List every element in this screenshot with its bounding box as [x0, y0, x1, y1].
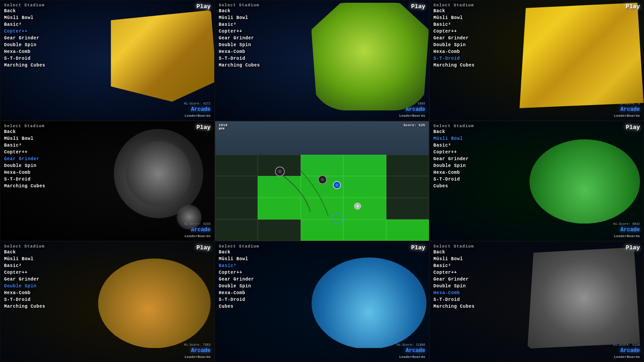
- hexa-comb-8[interactable]: Hexa-Comb: [433, 290, 475, 296]
- menu-7: Select Stadium Back Müsli Bowl Basic² Co…: [215, 242, 429, 362]
- play-btn-7[interactable]: Play: [411, 244, 425, 251]
- double-spin-3[interactable]: Double Spin: [4, 163, 45, 169]
- hexa-comb-6[interactable]: Hexa-Comb: [4, 290, 45, 296]
- select-stadium-3: Select Stadium: [4, 124, 45, 129]
- cubes-7[interactable]: Cubes: [219, 304, 260, 310]
- hexa-comb-5[interactable]: Hexa-Comb: [433, 170, 474, 176]
- musli-bowl-2[interactable]: Müsli Bowl: [433, 15, 475, 21]
- marching-cubes-2[interactable]: Marching Cubes: [433, 62, 475, 69]
- gear-grinder-6[interactable]: Gear Grinder: [4, 276, 45, 283]
- gear-grinder-8[interactable]: Gear Grinder: [433, 276, 475, 283]
- gear-grinder-1[interactable]: Gear Grinder: [219, 35, 260, 42]
- play-btn-6[interactable]: Play: [197, 244, 211, 251]
- st-droid-3[interactable]: S-T-Droid: [4, 176, 45, 183]
- stadium-cell-top-left[interactable]: Select Stadium Back Müsli Bowl Basic² Co…: [0, 0, 215, 121]
- tile: [258, 198, 300, 219]
- double-spin-2[interactable]: Double Spin: [433, 42, 475, 48]
- gear-grinder-5[interactable]: Gear Grinder: [433, 156, 474, 162]
- hexa-comb-0[interactable]: Hexa-Comb: [4, 49, 45, 55]
- stadium-cell-middle-left[interactable]: Select Stadium Back Müsli Bowl Basic² Co…: [0, 121, 215, 242]
- stadium-cell-bottom-left[interactable]: Select Stadium Back Müsli Bowl Basic² Co…: [0, 241, 215, 362]
- st-droid-6[interactable]: S-T-Droid: [4, 297, 45, 303]
- double-spin-8[interactable]: Double Spin: [433, 283, 475, 290]
- back-btn-1[interactable]: Back: [219, 8, 260, 14]
- double-spin-5[interactable]: Double Spin: [433, 163, 474, 169]
- tile: [258, 219, 300, 241]
- hexa-comb-1[interactable]: Hexa-Comb: [219, 49, 260, 55]
- musli-bowl-1[interactable]: Müsli Bowl: [219, 15, 260, 21]
- musli-bowl-3[interactable]: Müsli Bowl: [4, 136, 45, 142]
- basic2-2[interactable]: Basic²: [433, 22, 475, 28]
- st-droid-5[interactable]: S-T-Droid: [433, 176, 474, 183]
- marching-cubes-0[interactable]: Marching Cubes: [4, 62, 45, 69]
- copter-6[interactable]: Copter++: [4, 270, 45, 276]
- gameplay-hud: 1818 RPM Score: 525: [215, 123, 429, 131]
- play-btn-2[interactable]: Play: [626, 3, 640, 10]
- copter-3[interactable]: Copter++: [4, 149, 45, 156]
- marching-cubes-3[interactable]: Marching Cubes: [4, 183, 45, 190]
- basic2-6[interactable]: Basic²: [4, 263, 45, 269]
- play-btn-0[interactable]: Play: [197, 3, 211, 10]
- gear-grinder-3[interactable]: Gear Grinder: [4, 156, 45, 162]
- musli-bowl-5[interactable]: Müsli Bowl: [433, 136, 474, 142]
- musli-bowl-7[interactable]: Müsli Bowl: [219, 256, 260, 262]
- back-btn-6[interactable]: Back: [4, 249, 45, 256]
- marching-cubes-1[interactable]: Marching Cubes: [219, 62, 260, 69]
- tile: [215, 176, 258, 198]
- basic2-3[interactable]: Basic²: [4, 143, 45, 149]
- basic2-0[interactable]: Basic²: [4, 22, 45, 28]
- hexa-comb-3[interactable]: Hexa-Comb: [4, 170, 45, 176]
- st-droid-2[interactable]: S-T-Droid: [433, 56, 475, 62]
- tile: [343, 155, 386, 176]
- back-btn-3[interactable]: Back: [4, 129, 45, 135]
- play-btn-5[interactable]: Play: [626, 124, 640, 131]
- marching-cubes-6[interactable]: Marching Cubes: [4, 304, 45, 310]
- back-btn-0[interactable]: Back: [4, 8, 45, 14]
- back-btn-7[interactable]: Back: [219, 249, 260, 256]
- stadium-cell-bottom-center[interactable]: Select Stadium Back Müsli Bowl Basic² Co…: [215, 241, 429, 362]
- stadium-cell-bottom-right[interactable]: Select Stadium Back Müsli Bowl Basic² Co…: [429, 241, 644, 362]
- basic2-8[interactable]: Basic²: [433, 263, 475, 269]
- stadium-cell-middle-right[interactable]: Select Stadium Back Müsli Bowl Basic² Co…: [429, 121, 644, 242]
- musli-bowl-8[interactable]: Müsli Bowl: [433, 256, 475, 262]
- copter-2[interactable]: Copter++: [433, 29, 475, 35]
- st-droid-0[interactable]: S-T-Droid: [4, 56, 45, 62]
- play-btn-1[interactable]: Play: [411, 3, 425, 10]
- gear-grinder-7[interactable]: Gear Grinder: [219, 276, 260, 283]
- back-btn-2[interactable]: Back: [433, 8, 475, 14]
- musli-bowl-6[interactable]: Müsli Bowl: [4, 256, 45, 262]
- musli-bowl-0[interactable]: Müsli Bowl: [4, 15, 45, 21]
- tile: [343, 198, 386, 219]
- back-btn-8[interactable]: Back: [433, 249, 475, 256]
- select-stadium-0: Select Stadium: [4, 3, 45, 8]
- cubes-5[interactable]: Cubes: [433, 183, 474, 190]
- copter-1[interactable]: Copter++: [219, 29, 260, 35]
- menu-1: Select Stadium Back Müsli Bowl Basic² Co…: [215, 0, 429, 120]
- copter-7[interactable]: Copter++: [219, 270, 260, 276]
- double-spin-0[interactable]: Double Spin: [4, 42, 45, 48]
- double-spin-6[interactable]: Double Spin: [4, 283, 45, 290]
- double-spin-7[interactable]: Double Spin: [219, 283, 260, 290]
- st-droid-8[interactable]: S-T-Droid: [433, 297, 475, 303]
- marching-cubes-8[interactable]: Marching Cubes: [433, 304, 475, 310]
- basic2-7[interactable]: Basic²: [219, 263, 260, 269]
- copter-8[interactable]: Copter++: [433, 270, 475, 276]
- menu-6: Select Stadium Back Müsli Bowl Basic² Co…: [0, 242, 214, 362]
- copter-0[interactable]: Copter++: [4, 29, 45, 35]
- st-droid-1[interactable]: S-T-Droid: [219, 56, 260, 62]
- gear-grinder-0[interactable]: Gear Grinder: [4, 35, 45, 42]
- stadium-cell-top-center[interactable]: Select Stadium Back Müsli Bowl Basic² Co…: [215, 0, 429, 121]
- stadium-cell-top-right[interactable]: Select Stadium Back Müsli Bowl Basic² Co…: [429, 0, 644, 121]
- copter-5[interactable]: Copter++: [433, 149, 474, 156]
- double-spin-1[interactable]: Double Spin: [219, 42, 260, 48]
- play-btn-3[interactable]: Play: [197, 124, 211, 131]
- gear-grinder-2[interactable]: Gear Grinder: [433, 35, 475, 42]
- st-droid-7[interactable]: S-T-Droid: [219, 297, 260, 303]
- play-btn-8[interactable]: Play: [626, 244, 640, 251]
- menu-2: Select Stadium Back Müsli Bowl Basic² Co…: [430, 0, 644, 120]
- basic2-5[interactable]: Basic²: [433, 143, 474, 149]
- hexa-comb-2[interactable]: Hexa-Comb: [433, 49, 475, 55]
- basic2-1[interactable]: Basic²: [219, 22, 260, 28]
- hexa-comb-7[interactable]: Hexa-Comb: [219, 290, 260, 296]
- back-btn-5[interactable]: Back: [433, 129, 474, 135]
